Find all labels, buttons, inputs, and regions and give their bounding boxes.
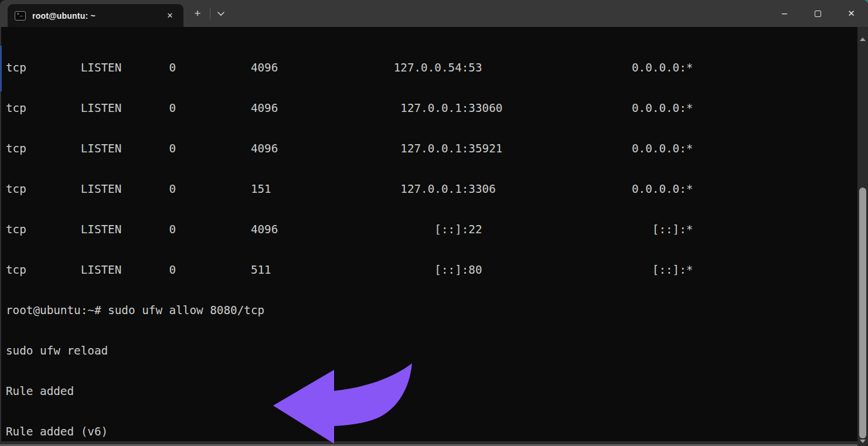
terminal-line: tcp LISTEN 0 511 [::]:80 [::]:*: [6, 263, 857, 277]
scroll-up-icon[interactable]: [860, 38, 866, 41]
tab-separator: [210, 8, 210, 19]
terminal-line: tcp LISTEN 0 4096 127.0.0.1:33060 0.0.0.…: [6, 101, 857, 115]
terminal-app-icon: [15, 11, 26, 21]
chevron-down-icon[interactable]: [213, 6, 229, 21]
window-bottom-border: [0, 441, 857, 446]
window-controls: – ✕: [768, 0, 868, 27]
tab-root-ubuntu[interactable]: root@ubuntu: ~ ✕: [8, 4, 183, 27]
terminal-line: tcp LISTEN 0 4096 127.0.0.1:35921 0.0.0.…: [6, 142, 857, 155]
tab-close-icon[interactable]: ✕: [162, 4, 178, 27]
terminal-viewport[interactable]: tcp LISTEN 0 4096 127.0.0.54:53 0.0.0.0:…: [0, 27, 857, 441]
terminal-line: Rule added: [6, 384, 857, 398]
close-button[interactable]: ✕: [835, 0, 868, 27]
maximize-button[interactable]: [801, 0, 835, 27]
terminal-line-ufw-allow-command: root@ubuntu:~# sudo ufw allow 8080/tcp: [6, 304, 857, 317]
window-edge-accent: [0, 46, 2, 91]
scrollbar[interactable]: [857, 27, 868, 446]
terminal-line: sudo ufw reload: [6, 344, 857, 358]
terminal-output: tcp LISTEN 0 4096 127.0.0.54:53 0.0.0.0:…: [6, 34, 857, 441]
terminal-line: tcp LISTEN 0 4096 127.0.0.54:53 0.0.0.0:…: [6, 61, 857, 74]
new-tab-button[interactable]: +: [189, 6, 206, 21]
minimize-button[interactable]: –: [768, 0, 801, 27]
scrollbar-thumb[interactable]: [859, 188, 866, 438]
terminal-line: Rule added (v6): [6, 425, 857, 438]
maximize-icon: [815, 11, 821, 17]
terminal-line: tcp LISTEN 0 4096 [::]:22 [::]:*: [6, 223, 857, 236]
scroll-down-icon[interactable]: [860, 440, 866, 443]
terminal-line: tcp LISTEN 0 151 127.0.0.1:3306 0.0.0.0:…: [6, 182, 857, 196]
title-bar: root@ubuntu: ~ ✕ + – ✕: [0, 0, 868, 27]
tab-title: root@ubuntu: ~: [32, 11, 96, 21]
terminal-window: root@ubuntu: ~ ✕ + – ✕ tcp LISTEN 0 4096…: [0, 0, 868, 446]
